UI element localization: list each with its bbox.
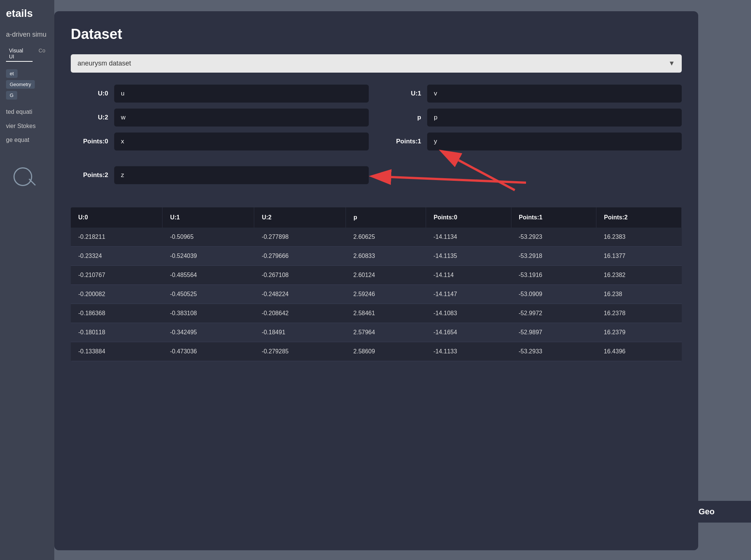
right-partial-text: Geo bbox=[699, 507, 715, 516]
table-cell: -0.383108 bbox=[162, 304, 254, 323]
table-cell: 2.59246 bbox=[346, 285, 426, 304]
chip-et[interactable]: et bbox=[6, 69, 18, 78]
table-body: -0.218211-0.50965-0.2778982.60625-14.113… bbox=[71, 228, 682, 361]
table-row: -0.200082-0.450525-0.2482242.59246-14.11… bbox=[71, 285, 682, 304]
table-cell: 16.4396 bbox=[596, 342, 682, 361]
table-cell: -0.524039 bbox=[162, 247, 254, 266]
table-cell: 2.58461 bbox=[346, 304, 426, 323]
left-sidebar: etails a-driven simu Visual UI Co et Geo… bbox=[0, 0, 54, 560]
field-input-u2[interactable] bbox=[114, 109, 369, 127]
col-header-u1: U:1 bbox=[162, 207, 254, 228]
table-cell: -53.0909 bbox=[511, 285, 596, 304]
table-cell: 16.1377 bbox=[596, 247, 682, 266]
dataset-dropdown[interactable]: aneurysm dataset ▼ bbox=[71, 54, 682, 73]
sidebar-text-3: ge equat bbox=[6, 135, 48, 145]
col-header-u0: U:0 bbox=[71, 207, 162, 228]
field-row-points2: Points:2 bbox=[71, 156, 369, 194]
table-cell: -0.485564 bbox=[162, 266, 254, 285]
field-label-u1: U:1 bbox=[384, 90, 421, 97]
col-header-u2: U:2 bbox=[254, 207, 346, 228]
dataset-modal: Dataset aneurysm dataset ▼ U:0 U:1 U:2 p… bbox=[54, 11, 698, 550]
field-input-points0[interactable] bbox=[114, 133, 369, 150]
table-cell: -53.2933 bbox=[511, 342, 596, 361]
sidebar-tabs: Visual UI Co bbox=[6, 46, 48, 62]
field-input-points1[interactable] bbox=[427, 133, 682, 150]
field-input-u1[interactable] bbox=[427, 85, 682, 103]
col-header-points2: Points:2 bbox=[596, 207, 682, 228]
field-row-u0: U:0 bbox=[71, 85, 369, 103]
arrow-annotation bbox=[384, 156, 533, 194]
table-cell: -0.267108 bbox=[254, 266, 346, 285]
field-row-u2: U:2 bbox=[71, 109, 369, 127]
table-row: -0.210767-0.485564-0.2671082.60124-14.11… bbox=[71, 266, 682, 285]
table-cell: -53.2923 bbox=[511, 228, 596, 247]
table-cell: -0.18491 bbox=[254, 323, 346, 342]
modal-title: Dataset bbox=[71, 26, 682, 42]
table-cell: -14.1147 bbox=[426, 285, 511, 304]
field-label-points1: Points:1 bbox=[384, 138, 421, 145]
table-cell: -0.248224 bbox=[254, 285, 346, 304]
table-cell: 2.60124 bbox=[346, 266, 426, 285]
svg-line-2 bbox=[391, 177, 526, 183]
table-cell: -14.1654 bbox=[426, 323, 511, 342]
table-cell: -53.2918 bbox=[511, 247, 596, 266]
field-label-u2: U:2 bbox=[71, 114, 108, 121]
tab-co[interactable]: Co bbox=[36, 46, 48, 62]
table-cell: -52.9972 bbox=[511, 304, 596, 323]
field-row-u1: U:1 bbox=[384, 85, 682, 103]
field-input-points2[interactable] bbox=[114, 166, 369, 184]
col-header-p: p bbox=[346, 207, 426, 228]
table-cell: -0.23324 bbox=[71, 247, 162, 266]
field-mapping-grid: U:0 U:1 U:2 p Points:0 Points:1 bbox=[71, 85, 682, 194]
table-cell: -0.277898 bbox=[254, 228, 346, 247]
table-cell: -0.186368 bbox=[71, 304, 162, 323]
table-row: -0.180118-0.342495-0.184912.57964-14.165… bbox=[71, 323, 682, 342]
field-row-points1: Points:1 bbox=[384, 133, 682, 150]
table-header: U:0 U:1 U:2 p Points:0 Points:1 Points:2 bbox=[71, 207, 682, 228]
table-header-row: U:0 U:1 U:2 p Points:0 Points:1 Points:2 bbox=[71, 207, 682, 228]
field-row-arrow-area bbox=[384, 156, 682, 194]
table-row: -0.186368-0.383108-0.2086422.58461-14.10… bbox=[71, 304, 682, 323]
table-cell: 16.2378 bbox=[596, 304, 682, 323]
table-cell: -14.1135 bbox=[426, 247, 511, 266]
field-input-p[interactable] bbox=[427, 109, 682, 127]
table-cell: -0.473036 bbox=[162, 342, 254, 361]
table-cell: -0.200082 bbox=[71, 285, 162, 304]
table-cell: 2.58609 bbox=[346, 342, 426, 361]
table-cell: -0.218211 bbox=[71, 228, 162, 247]
chip-g[interactable]: G bbox=[6, 91, 17, 100]
field-row-points0: Points:0 bbox=[71, 133, 369, 150]
table-cell: 16.2383 bbox=[596, 228, 682, 247]
search-icon-area bbox=[13, 167, 43, 197]
sidebar-text-2: vier Stokes bbox=[6, 121, 48, 131]
data-table: U:0 U:1 U:2 p Points:0 Points:1 Points:2… bbox=[71, 207, 682, 361]
table-row: -0.133884-0.473036-0.2792852.58609-14.11… bbox=[71, 342, 682, 361]
table-cell: -0.50965 bbox=[162, 228, 254, 247]
table-cell: -0.342495 bbox=[162, 323, 254, 342]
field-input-u0[interactable] bbox=[114, 85, 369, 103]
table-cell: -0.208642 bbox=[254, 304, 346, 323]
dropdown-arrow-icon: ▼ bbox=[668, 60, 675, 67]
sidebar-subtitle: a-driven simu bbox=[6, 31, 48, 39]
col-header-points0: Points:0 bbox=[426, 207, 511, 228]
table-cell: -0.450525 bbox=[162, 285, 254, 304]
table-cell: -0.210767 bbox=[71, 266, 162, 285]
table-cell: -14.114 bbox=[426, 266, 511, 285]
svg-line-3 bbox=[459, 160, 515, 190]
field-label-points0: Points:0 bbox=[71, 138, 108, 145]
table-cell: -52.9897 bbox=[511, 323, 596, 342]
table-cell: 2.57964 bbox=[346, 323, 426, 342]
table-cell: -53.1916 bbox=[511, 266, 596, 285]
search-circle bbox=[13, 167, 32, 186]
table-cell: 2.60625 bbox=[346, 228, 426, 247]
table-cell: 16.2379 bbox=[596, 323, 682, 342]
dataset-dropdown-value: aneurysm dataset bbox=[77, 60, 131, 67]
table-row: -0.23324-0.524039-0.2796662.60833-14.113… bbox=[71, 247, 682, 266]
table-cell: 16.2382 bbox=[596, 266, 682, 285]
table-cell: -14.1083 bbox=[426, 304, 511, 323]
chip-geometry[interactable]: Geometry bbox=[6, 80, 35, 89]
tab-visual-ui[interactable]: Visual UI bbox=[6, 46, 33, 62]
table-cell: -0.180118 bbox=[71, 323, 162, 342]
field-label-u0: U:0 bbox=[71, 90, 108, 97]
table-cell: -14.1133 bbox=[426, 342, 511, 361]
